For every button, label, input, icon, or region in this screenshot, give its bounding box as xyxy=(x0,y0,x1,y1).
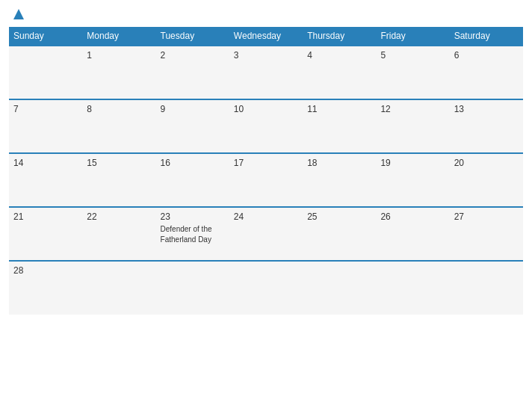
day-number: 18 xyxy=(307,158,371,168)
calendar-week-row: 123456 xyxy=(9,46,523,99)
day-number: 22 xyxy=(87,211,151,222)
day-number: 7 xyxy=(13,104,78,114)
calendar-header xyxy=(9,7,523,21)
day-number: 21 xyxy=(13,211,78,222)
calendar-day-cell: 26 xyxy=(376,207,449,261)
calendar-day-cell xyxy=(303,261,376,315)
calendar-day-cell: 11 xyxy=(303,99,376,153)
day-number: 16 xyxy=(161,158,225,168)
weekday-header: Tuesday xyxy=(156,27,229,46)
day-number: 5 xyxy=(380,50,445,61)
calendar-day-cell: 13 xyxy=(450,99,523,153)
day-number: 17 xyxy=(234,158,298,168)
logo-icon xyxy=(12,7,25,21)
calendar-day-cell: 3 xyxy=(229,46,303,99)
calendar-day-cell: 9 xyxy=(156,99,229,153)
day-number: 28 xyxy=(13,265,78,276)
calendar-day-cell xyxy=(82,261,155,315)
day-number: 9 xyxy=(161,104,225,114)
calendar-day-cell: 22 xyxy=(82,207,155,261)
day-number: 19 xyxy=(380,158,445,168)
calendar-day-cell: 19 xyxy=(376,153,449,207)
day-number: 8 xyxy=(87,104,151,114)
day-number: 20 xyxy=(454,158,519,168)
calendar-day-cell: 24 xyxy=(229,207,303,261)
calendar-week-row: 28 xyxy=(9,261,523,315)
calendar-day-cell xyxy=(9,46,82,99)
holiday-label: Defender of the Fatherland Day xyxy=(161,225,212,244)
day-number: 14 xyxy=(13,158,78,168)
calendar-day-cell xyxy=(229,261,303,315)
day-number: 11 xyxy=(307,104,371,114)
weekday-header: Wednesday xyxy=(229,27,303,46)
calendar-day-cell xyxy=(156,261,229,315)
day-number: 1 xyxy=(87,50,151,61)
weekday-header: Sunday xyxy=(9,27,82,46)
calendar-table: SundayMondayTuesdayWednesdayThursdayFrid… xyxy=(9,27,523,315)
calendar-day-cell: 16 xyxy=(156,153,229,207)
calendar-day-cell xyxy=(450,261,523,315)
day-number: 13 xyxy=(454,104,519,114)
calendar-day-cell: 18 xyxy=(303,153,376,207)
calendar-day-cell: 28 xyxy=(9,261,82,315)
weekday-header: Thursday xyxy=(303,27,376,46)
day-number: 24 xyxy=(234,211,298,222)
day-number: 3 xyxy=(234,50,298,61)
calendar-day-cell: 12 xyxy=(376,99,449,153)
calendar-day-cell: 23Defender of the Fatherland Day xyxy=(156,207,229,261)
calendar-week-row: 78910111213 xyxy=(9,99,523,153)
day-number: 2 xyxy=(161,50,225,61)
day-number: 15 xyxy=(87,158,151,168)
calendar-day-cell: 25 xyxy=(303,207,376,261)
day-number: 25 xyxy=(307,211,371,222)
weekday-header: Saturday xyxy=(450,27,523,46)
calendar-day-cell: 6 xyxy=(450,46,523,99)
calendar-page: SundayMondayTuesdayWednesdayThursdayFrid… xyxy=(0,0,532,411)
calendar-day-cell xyxy=(376,261,449,315)
calendar-day-cell: 21 xyxy=(9,207,82,261)
calendar-day-cell: 17 xyxy=(229,153,303,207)
day-number: 27 xyxy=(454,211,519,222)
calendar-day-cell: 4 xyxy=(303,46,376,99)
logo xyxy=(9,7,25,21)
calendar-day-cell: 15 xyxy=(82,153,155,207)
day-number: 12 xyxy=(380,104,445,114)
calendar-week-row: 14151617181920 xyxy=(9,153,523,207)
day-number: 10 xyxy=(234,104,298,114)
calendar-day-cell: 8 xyxy=(82,99,155,153)
calendar-day-cell: 7 xyxy=(9,99,82,153)
day-number: 6 xyxy=(454,50,519,61)
day-number: 4 xyxy=(307,50,371,61)
weekday-header: Monday xyxy=(82,27,155,46)
calendar-day-cell: 20 xyxy=(450,153,523,207)
calendar-day-cell: 5 xyxy=(376,46,449,99)
calendar-day-cell: 2 xyxy=(156,46,229,99)
day-number: 23 xyxy=(161,211,225,222)
day-number: 26 xyxy=(380,211,445,222)
calendar-day-cell: 27 xyxy=(450,207,523,261)
weekday-header: Friday xyxy=(376,27,449,46)
calendar-day-cell: 1 xyxy=(82,46,155,99)
weekday-header-row: SundayMondayTuesdayWednesdayThursdayFrid… xyxy=(9,27,523,46)
calendar-day-cell: 14 xyxy=(9,153,82,207)
calendar-day-cell: 10 xyxy=(229,99,303,153)
calendar-week-row: 212223Defender of the Fatherland Day2425… xyxy=(9,207,523,261)
svg-marker-0 xyxy=(13,9,24,19)
